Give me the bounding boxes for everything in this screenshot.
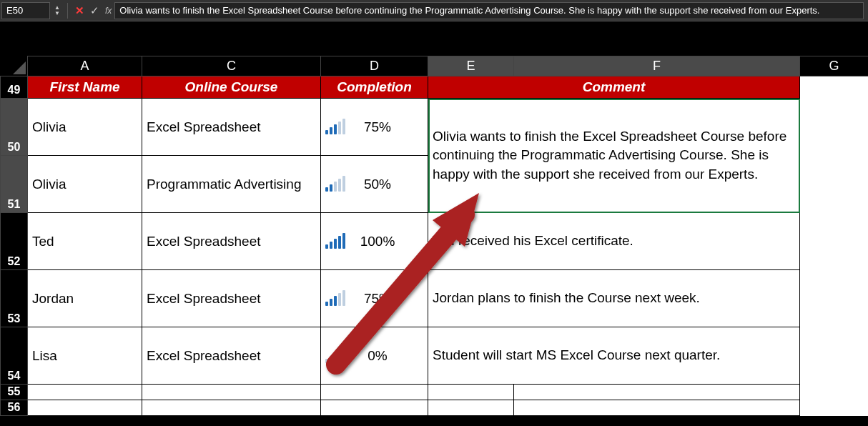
- stepper-down-icon[interactable]: ▼: [51, 11, 63, 16]
- cell-G51[interactable]: [800, 156, 869, 213]
- select-all-corner[interactable]: [1, 56, 28, 76]
- cell-C52[interactable]: Excel Spreadsheet: [142, 213, 321, 270]
- formula-bar: E50 ▲ ▼ ✕ ✓ fx Olivia wants to finish th…: [0, 0, 868, 21]
- cell-A51[interactable]: Olivia: [28, 156, 142, 213]
- cell-A52[interactable]: Ted: [28, 213, 142, 270]
- row-header-51[interactable]: 51: [1, 156, 28, 213]
- cell-D54[interactable]: 0%: [321, 327, 428, 385]
- row-header-50[interactable]: 50: [1, 99, 28, 156]
- cell-D53[interactable]: 75%: [321, 270, 428, 327]
- fx-icon[interactable]: fx: [105, 6, 112, 16]
- signal-bars-icon: [325, 234, 345, 249]
- cell-C50[interactable]: Excel Spreadsheet: [142, 99, 321, 156]
- header-online-course[interactable]: Online Course: [142, 76, 321, 99]
- cell-C55[interactable]: [142, 385, 321, 400]
- cell-D52[interactable]: 100%: [321, 213, 428, 270]
- cell-F56[interactable]: [514, 400, 800, 416]
- col-header-E[interactable]: E: [428, 56, 514, 76]
- name-box[interactable]: E50: [1, 2, 50, 19]
- formula-input[interactable]: Olivia wants to finish the Excel Spreads…: [114, 2, 864, 19]
- spreadsheet-grid: A C D E F G 49First NameOnline CourseCom…: [0, 56, 868, 416]
- cell-F55[interactable]: [514, 385, 800, 400]
- cell-E54[interactable]: Student will start MS Excel Course next …: [428, 327, 800, 385]
- cell-G56[interactable]: [800, 400, 869, 416]
- signal-bars-icon: [325, 177, 345, 192]
- name-box-stepper[interactable]: ▲ ▼: [51, 2, 63, 19]
- accept-icon[interactable]: ✓: [90, 4, 99, 17]
- col-header-F[interactable]: F: [514, 56, 800, 76]
- row-header-53[interactable]: 53: [1, 270, 28, 327]
- cell-G52[interactable]: [800, 213, 869, 270]
- cell-E56[interactable]: [428, 400, 514, 416]
- col-header-G[interactable]: G: [800, 56, 869, 76]
- cell-A56[interactable]: [28, 400, 142, 416]
- cell-C54[interactable]: Excel Spreadsheet: [142, 327, 321, 385]
- cell-G49[interactable]: [800, 76, 869, 99]
- cell-C53[interactable]: Excel Spreadsheet: [142, 270, 321, 327]
- cell-E52[interactable]: Ted received his Excel certificate.: [428, 213, 800, 270]
- header-completion[interactable]: Completion: [321, 76, 428, 99]
- cell-G55[interactable]: [800, 385, 869, 400]
- header-first-name[interactable]: First Name: [28, 76, 142, 99]
- cancel-icon[interactable]: ✕: [75, 4, 84, 17]
- cell-D56[interactable]: [321, 400, 428, 416]
- cell-A50[interactable]: Olivia: [28, 99, 142, 156]
- col-header-D[interactable]: D: [321, 56, 428, 76]
- cell-E55[interactable]: [428, 385, 514, 400]
- cell-G53[interactable]: [800, 270, 869, 327]
- cell-A54[interactable]: Lisa: [28, 327, 142, 385]
- cell-A53[interactable]: Jordan: [28, 270, 142, 327]
- signal-bars-icon: [325, 292, 345, 306]
- cell-D50[interactable]: 75%: [321, 99, 428, 156]
- signal-bars-icon: [325, 349, 345, 363]
- row-header-56[interactable]: 56: [1, 400, 28, 416]
- cell-D55[interactable]: [321, 385, 428, 400]
- cell-A55[interactable]: [28, 385, 142, 400]
- cell-C51[interactable]: Programmatic Advertising: [142, 156, 321, 213]
- cell-E53[interactable]: Jordan plans to finish the Course next w…: [428, 270, 800, 327]
- cell-C56[interactable]: [142, 400, 321, 416]
- row-header-49[interactable]: 49: [1, 76, 28, 99]
- cell-D51[interactable]: 50%: [321, 156, 428, 213]
- row-header-55[interactable]: 55: [1, 385, 28, 400]
- cell-G54[interactable]: [800, 327, 869, 385]
- signal-bars-icon: [325, 120, 345, 134]
- col-header-C[interactable]: C: [142, 56, 321, 76]
- header-comment[interactable]: Comment: [428, 76, 800, 99]
- row-header-54[interactable]: 54: [1, 327, 28, 385]
- row-header-52[interactable]: 52: [1, 213, 28, 270]
- col-header-A[interactable]: A: [28, 56, 142, 76]
- cell-E50[interactable]: Olivia wants to finish the Excel Spreads…: [428, 99, 800, 213]
- cell-G50[interactable]: [800, 99, 869, 156]
